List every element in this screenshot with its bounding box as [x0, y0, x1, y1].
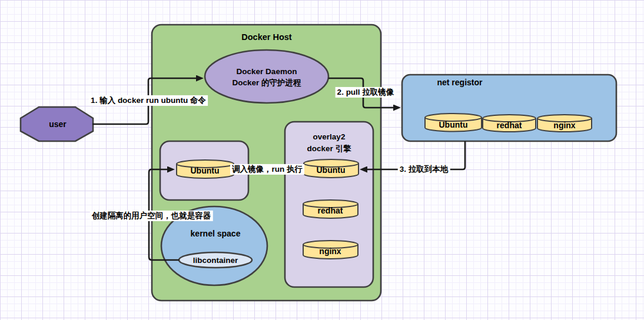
- docker-daemon-title-line1: Docker Daemon: [237, 67, 297, 76]
- annotation-step2: 2. pull 拉取镜像: [336, 87, 396, 98]
- libcontainer-label: libcontainer: [193, 256, 238, 265]
- docker-daemon-title-line2: Docker 的守护进程: [232, 78, 301, 87]
- overlay2-title-line2: docker 引擎: [307, 144, 351, 153]
- cylinder-net-nginx: nginx: [537, 115, 592, 132]
- diagram-canvas: Docker Host net registor overlay2 docker…: [0, 0, 644, 320]
- overlay2-title-line1: overlay2: [313, 132, 346, 141]
- cylinder-label: Ubuntu: [439, 120, 468, 129]
- cylinder-overlay2-nginx: nginx: [303, 241, 358, 259]
- docker-daemon-node: [205, 50, 328, 103]
- annotation-run-note: 调入镜像，run 执行: [230, 164, 304, 175]
- annotation-step3: 3. 拉取到本地: [398, 164, 450, 175]
- cylinder-label: Ubuntu: [191, 166, 220, 175]
- cylinder-overlay2-ubuntu: Ubuntu: [304, 159, 358, 178]
- cylinder-label: Ubuntu: [317, 165, 346, 175]
- cylinder-container-ubuntu: Ubuntu: [177, 160, 234, 178]
- docker-host-title: Docker Host: [241, 32, 292, 42]
- cylinder-overlay2-redhat: redhat: [303, 200, 358, 218]
- cylinder-label: redhat: [318, 206, 343, 215]
- user-label: user: [49, 119, 67, 129]
- cylinder-label: nginx: [319, 246, 341, 256]
- net-registor-title: net registor: [437, 78, 483, 87]
- cylinder-label: redhat: [497, 121, 522, 130]
- cylinder-net-redhat: redhat: [483, 115, 536, 132]
- annotation-step1: 1. 输入 docker run ubuntu 命令: [89, 95, 208, 106]
- cylinder-label: nginx: [553, 121, 576, 130]
- kernel-space-label: kernel space: [191, 229, 241, 238]
- annotation-container-note: 创建隔离的用户空间，也就是容器: [90, 211, 213, 221]
- docker-architecture-diagram: Docker Host net registor overlay2 docker…: [0, 0, 644, 320]
- cylinder-net-ubuntu: Ubuntu: [425, 114, 482, 132]
